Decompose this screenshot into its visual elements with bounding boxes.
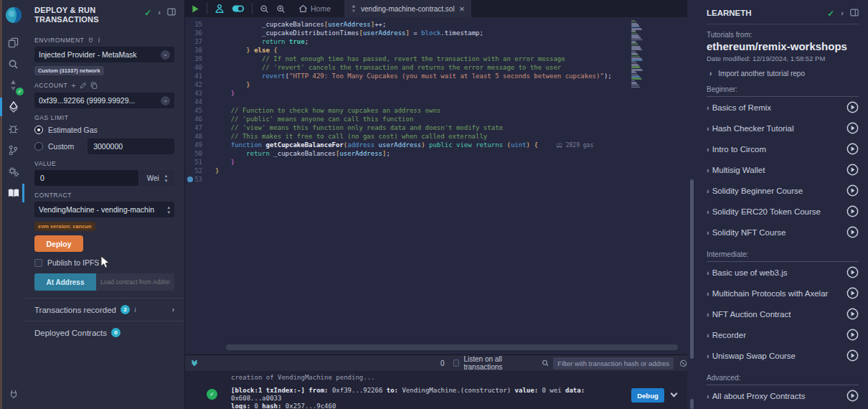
home-icon[interactable]: Home — [295, 4, 334, 13]
tutorial-chevron-icon[interactable]: › — [707, 331, 709, 339]
tutorial-name[interactable]: All about Proxy Contracts — [712, 392, 846, 400]
tutorial-chevron-icon[interactable]: › — [707, 392, 709, 400]
line-number-gutter[interactable]: 41 — [185, 72, 208, 80]
line-number-gutter[interactable]: 47 — [185, 123, 208, 132]
publish-ipfs-checkbox[interactable] — [34, 259, 42, 267]
tutorial-name[interactable]: Solidity ERC20 Token Course — [712, 207, 846, 216]
learneth-scrollbar[interactable] — [690, 179, 694, 359]
tutorial-chevron-icon[interactable]: › — [707, 268, 709, 277]
line-number-gutter[interactable]: 49 — [185, 141, 208, 149]
import-tutorial-repo[interactable]: › Import another tutorial repo — [707, 70, 859, 77]
run-script-icon[interactable] — [185, 5, 203, 13]
tutorial-chevron-icon[interactable]: › — [707, 124, 709, 133]
tutorial-item[interactable]: ›Basic use of web3.js — [707, 262, 859, 283]
remix-logo[interactable] — [2, 4, 24, 26]
add-account-icon[interactable]: + — [71, 81, 76, 90]
solidity-compiler-icon[interactable]: ✓ — [2, 75, 24, 96]
collapse-terminal-icon[interactable] — [192, 361, 197, 365]
learneth-pin-icon[interactable] — [850, 9, 859, 17]
tutorial-chevron-icon[interactable]: › — [707, 145, 709, 154]
line-number-gutter[interactable]: 51 — [185, 158, 208, 166]
play-tutorial-icon[interactable] — [846, 164, 859, 176]
at-address-input[interactable] — [96, 273, 174, 291]
line-number-gutter[interactable]: 45 — [185, 106, 208, 115]
account-select[interactable]: 0xf39...92266 (9999.99929... ⌄ — [34, 93, 174, 108]
workspaces-icon[interactable] — [2, 32, 24, 53]
tutorial-name[interactable]: Intro to Circom — [712, 145, 846, 154]
environment-select[interactable]: Injected Provider - MetaMask ⌄ — [34, 47, 174, 62]
terminal-filter-input[interactable] — [553, 357, 674, 370]
tutorial-item[interactable]: ›Solidity ERC20 Token Course — [707, 201, 859, 222]
tutorial-chevron-icon[interactable]: › — [707, 207, 709, 216]
line-number-gutter[interactable]: 39 — [185, 55, 208, 63]
custom-gas-option[interactable]: Custom — [34, 138, 174, 154]
listen-all-checkbox[interactable] — [453, 359, 460, 367]
at-address-button[interactable]: At Address — [34, 273, 96, 291]
horizontal-scrollbar[interactable] — [226, 344, 678, 350]
tutorial-name[interactable]: Hash Checker Tutorial — [712, 124, 846, 133]
editor-minimap[interactable] — [630, 19, 650, 89]
home-label[interactable]: Home — [311, 4, 331, 13]
deploy-run-icon[interactable] — [2, 96, 24, 118]
plugin-gears-icon[interactable] — [2, 161, 24, 182]
tutorial-chevron-icon[interactable]: › — [707, 103, 709, 112]
tutorial-name[interactable]: Solidity Beginner Course — [712, 187, 846, 195]
estimated-gas-option[interactable]: Estimated Gas — [34, 126, 174, 134]
zoom-in-icon[interactable] — [273, 4, 289, 14]
play-tutorial-icon[interactable] — [846, 287, 859, 299]
play-tutorial-icon[interactable] — [846, 143, 859, 155]
tutorial-item[interactable]: ›Basics of Remix — [707, 97, 859, 118]
environment-info-icon[interactable]: i — [98, 36, 100, 44]
tx-expand-chevron-icon[interactable] — [671, 390, 678, 398]
learneth-scrollbar-end[interactable] — [690, 399, 694, 409]
value-input[interactable] — [34, 170, 138, 186]
git-icon[interactable] — [2, 139, 24, 161]
tutorial-chevron-icon[interactable]: › — [707, 310, 709, 319]
transactions-chevron-icon[interactable]: › — [172, 306, 174, 314]
tutorial-name[interactable]: Solidity NFT Course — [712, 228, 846, 237]
zoom-out-icon[interactable] — [256, 4, 273, 14]
line-number-gutter[interactable]: 35 — [185, 20, 208, 29]
tutorial-item[interactable]: ›Uniswap Swap Course — [707, 345, 859, 366]
line-number-gutter[interactable]: 48 — [185, 132, 208, 141]
plugin-manager-plug-icon[interactable] — [2, 383, 24, 405]
tutorial-chevron-icon[interactable]: › — [707, 166, 709, 174]
debugger-icon[interactable] — [2, 118, 24, 139]
tutorial-item[interactable]: ›All about Proxy Contracts — [707, 385, 859, 406]
learneth-book-icon[interactable] — [2, 182, 24, 204]
tutorial-name[interactable]: Basics of Remix — [712, 103, 846, 112]
play-tutorial-icon[interactable] — [846, 329, 859, 341]
tab-vending-machine-contract[interactable]: vending-machine-contract.sol ✕ — [344, 0, 471, 17]
toggle-icon[interactable] — [228, 4, 248, 13]
transactions-info-icon[interactable]: i — [134, 306, 136, 314]
tutorial-chevron-icon[interactable]: › — [707, 228, 709, 237]
sign-message-icon[interactable] — [80, 82, 87, 89]
play-tutorial-icon[interactable] — [846, 122, 859, 134]
tutorial-item[interactable]: ›Hash Checker Tutorial — [707, 118, 859, 138]
play-tutorial-icon[interactable] — [846, 184, 859, 197]
line-number-gutter[interactable]: 53 — [185, 175, 208, 184]
debug-button[interactable]: Debug — [631, 388, 664, 403]
play-tutorial-icon[interactable] — [846, 390, 859, 402]
line-number-gutter[interactable]: 42 — [185, 80, 208, 89]
transaction-log-row[interactable]: ✓ [block:1 txIndex:-] from: 0xf39...9226… — [231, 387, 687, 409]
line-number-gutter[interactable]: 50 — [185, 149, 208, 158]
tutorial-item[interactable]: ›Intro to Circom — [707, 138, 859, 159]
value-unit-select[interactable]: Wei ▴▾ — [140, 170, 174, 186]
play-tutorial-icon[interactable] — [846, 308, 859, 320]
pin-panel-icon[interactable] — [167, 8, 176, 16]
search-icon[interactable] — [2, 53, 24, 75]
tutorial-item[interactable]: ›NFT Auction Contract — [707, 304, 859, 324]
assistant-person-icon[interactable] — [211, 4, 228, 14]
tutorial-item[interactable]: ›Multisig Wallet — [707, 159, 859, 180]
play-tutorial-icon[interactable] — [846, 349, 859, 362]
code-editor[interactable]: 35 _cupcakeBalances[userAddress]++;36 _c… — [185, 17, 687, 354]
contract-select[interactable]: VendingMachine - vending-machin ▴▾ — [34, 202, 174, 217]
line-number-gutter[interactable]: 37 — [185, 37, 208, 46]
play-tutorial-icon[interactable] — [846, 266, 859, 278]
deployed-contracts-row[interactable]: Deployed Contracts 0 — [24, 321, 184, 344]
tutorial-item[interactable]: ›Solidity NFT Course — [707, 222, 859, 243]
tutorial-item[interactable]: ›Deploy with Libraries — [707, 406, 859, 409]
custom-gas-input[interactable] — [88, 138, 174, 154]
tutorial-item[interactable]: ›Solidity Beginner Course — [707, 180, 859, 201]
